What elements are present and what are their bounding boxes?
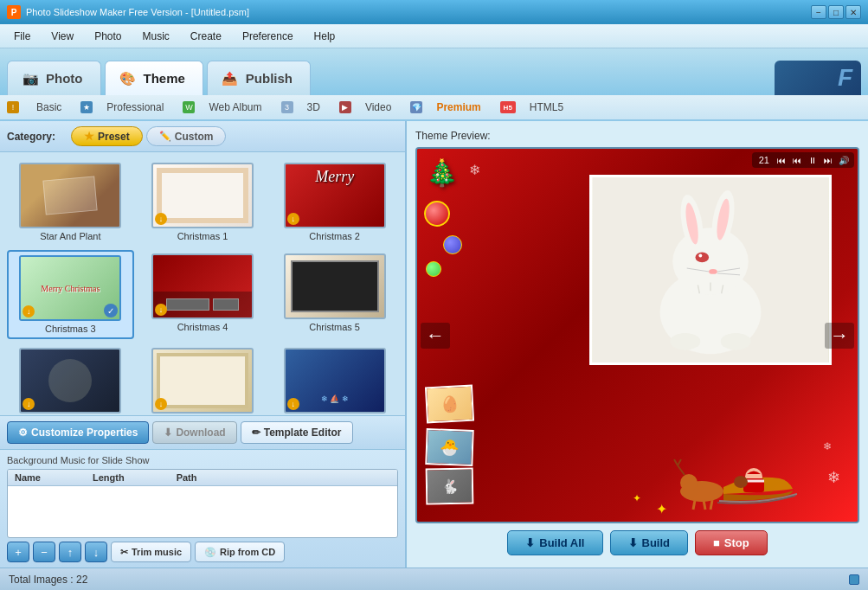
template-icon: ✏ [252,426,260,439]
snowflake-5: ❄ [823,440,832,452]
window-controls: − □ ✕ [811,5,861,19]
rip-cd-button[interactable]: 💿 Rip from CD [195,542,285,562]
preset-tab[interactable]: ★ Preset [71,126,143,146]
svg-line-23 [693,500,695,510]
preview-area: 21 ⏮ ⏮ ⏸ ⏭ 🔊 🎄 ❄ ❄ ❄ ❄ ❄ [415,147,859,523]
customize-properties-button[interactable]: ⚙ Customize Properties [7,421,149,444]
pause-button[interactable]: ⏸ [806,154,820,166]
sub-tab-html5[interactable]: HTML5 [518,98,575,117]
theme-item-christmas5[interactable]: Christmas 5 [271,250,398,339]
trim-music-button[interactable]: ✂ Trim music [111,542,191,562]
move-down-button[interactable]: ↓ [85,542,107,562]
preview-arrow-right[interactable]: → [825,323,854,349]
download-badge-2: ↓ [287,213,299,225]
ornament-green-1 [426,261,441,277]
web-icon: W [183,101,195,113]
col-path: Path [177,472,197,483]
theme-tab-icon: 🎨 [118,68,138,89]
theme-label-christmas1: Christmas 1 [177,231,228,241]
theme-label-star-plant: Star And Plant [40,231,100,241]
status-bar: Total Images : 22 [0,568,868,590]
theme-thumb-christmas4: ↓ [151,253,254,319]
svg-point-14 [721,333,751,350]
stop-label: Stop [724,536,749,549]
music-controls: + − ↑ ↓ ✂ Trim music 💿 Rip from CD [7,542,398,562]
menu-view[interactable]: View [41,27,84,46]
menu-file[interactable]: File [3,27,41,46]
trim-icon: ✂ [120,547,128,558]
sub-tab-3d[interactable]: 3D [295,98,332,117]
build-button[interactable]: ⬇ Build [610,530,689,555]
volume-button[interactable]: 🔊 [837,154,851,166]
stop-button[interactable]: ■ Stop [695,530,768,555]
tab-photo[interactable]: 📷 Photo [7,61,101,95]
bottom-buttons: ⚙ Customize Properties ⬇ Download ✏ Temp… [0,415,405,449]
theme-item-christmas3[interactable]: Merry Christmas ↓ ✓ Christmas 3 [7,250,134,339]
minimize-button[interactable]: − [811,5,826,19]
theme-item-christmas7[interactable]: ↓ Christmas 7 [139,344,267,415]
maximize-button[interactable]: □ [828,5,844,19]
star-decoration-1: ✦ [656,501,667,517]
rip-icon: 💿 [204,547,216,558]
right-panel: Theme Preview: 21 ⏮ ⏮ ⏸ ⏭ 🔊 🎄 ❄ [407,121,868,568]
menu-photo[interactable]: Photo [84,27,132,46]
tab-publish[interactable]: 📤 Publish [207,61,311,95]
menu-help[interactable]: Help [304,27,346,46]
theme-item-christmas8[interactable]: ❄ ⛵ ❄ ↓ Christmas 8 [271,344,398,415]
theme-item-christmas4[interactable]: ↓ Christmas 4 [139,250,267,339]
theme-item-christmas2[interactable]: Merry ↓ Christmas 2 [271,159,398,245]
window-title: Photo Slideshow Maker Free Version - [Un… [26,7,806,17]
theme-item-christmas1[interactable]: ↓ Christmas 1 [139,159,267,245]
menu-create[interactable]: Create [180,27,232,46]
skip-back-button[interactable]: ⏮ [775,154,788,166]
sub-tab-basic[interactable]: Basic [24,98,74,117]
close-button[interactable]: ✕ [845,5,861,19]
sub-tab-premium[interactable]: Premium [424,98,492,117]
basic-icon: ! [7,101,19,113]
theme-thumb-christmas5 [284,253,386,319]
tab-photo-label: Photo [46,71,83,86]
preview-background: 21 ⏮ ⏮ ⏸ ⏭ 🔊 🎄 ❄ ❄ ❄ ❄ ❄ [417,149,858,522]
preview-slide-number: 21 [755,155,773,165]
sub-tab-video[interactable]: Video [353,98,403,117]
tab-theme-label: Theme [144,71,185,86]
move-up-button[interactable]: ↑ [59,542,81,562]
tab-theme[interactable]: 🎨 Theme [105,61,203,95]
preview-arrow-left[interactable]: ← [421,323,450,349]
add-music-button[interactable]: + [7,542,29,562]
menu-music[interactable]: Music [132,27,180,46]
sub-tab-web-album[interactable]: Web Album [196,98,273,117]
left-panel: Category: ★ Preset ✏️ Custom [0,121,407,568]
category-label: Category: [7,131,55,143]
template-editor-button[interactable]: ✏ Template Editor [241,421,353,444]
skip-forward-button[interactable]: ⏭ [821,154,835,166]
preview-main-photo [589,175,832,365]
theme-item-christmas6[interactable]: ↓ Christmas 6 [7,344,134,415]
custom-tab[interactable]: ✏️ Custom [146,126,227,146]
sub-tab-professional[interactable]: Professional [94,98,176,117]
preview-label: Theme Preview: [415,130,859,142]
svg-line-22 [678,459,681,465]
build-all-button[interactable]: ⬇ Build All [507,530,602,555]
download-badge-7: ↓ [155,398,167,410]
small-photo-3: 🐇 [426,468,474,505]
remove-music-button[interactable]: − [33,542,55,562]
menu-preference[interactable]: Preference [232,27,304,46]
theme-grid: Star And Plant ↓ Christmas 1 Merry ↓ Chr… [0,152,405,415]
col-name: Name [15,472,41,483]
svg-point-8 [698,254,702,258]
download-button[interactable]: ⬇ Download [152,421,236,444]
ornament-blue-1 [443,235,462,254]
preview-controls: 21 ⏮ ⏮ ⏸ ⏭ 🔊 [752,152,854,168]
title-bar: P Photo Slideshow Maker Free Version - [… [0,0,868,24]
rip-label: Rip from CD [220,547,275,557]
download-badge-4: ↓ [155,304,167,316]
customize-label: Customize Properties [31,426,138,439]
preset-star-icon: ★ [84,130,94,143]
snowflake-3: ❄ [469,162,480,178]
download-badge-8: ↓ [287,398,299,410]
play-button[interactable]: ⏮ [790,154,804,166]
theme-thumb-star-plant [19,163,121,228]
download-label: Download [176,426,225,439]
theme-item-star-plant[interactable]: Star And Plant [7,159,134,245]
